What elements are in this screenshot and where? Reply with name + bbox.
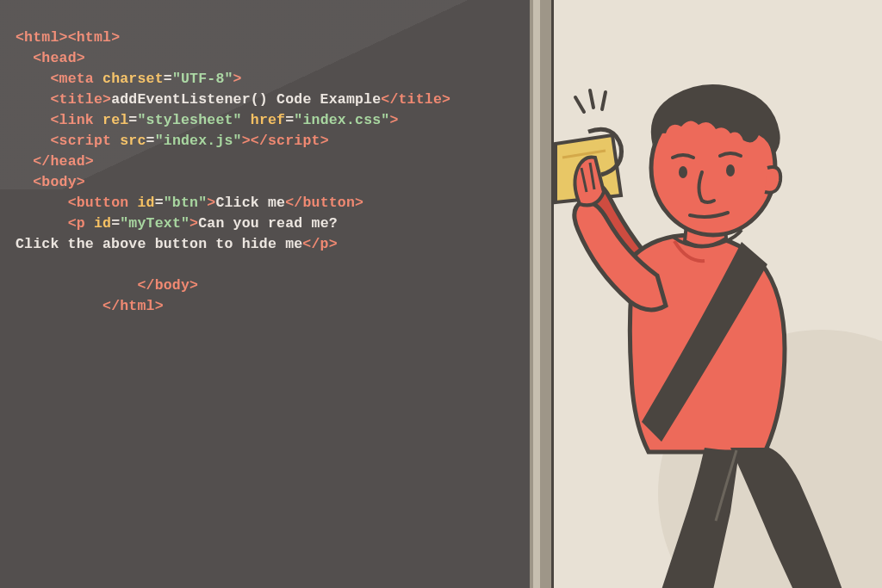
code-line-11: Click the above button to hide me</p> [16,234,530,255]
tag-html-open-dup: <html> [68,29,121,46]
illustration-panel [530,0,882,588]
p-text-2: Click the above button to hide me [16,236,302,252]
code-line-3: <meta charset="UTF-8"> [16,69,530,90]
tag-title-close: </title> [381,91,450,108]
tag-html-close: </html> [102,298,164,314]
p-text-1: Can you read me? [198,215,338,232]
code-line-12: </body> [16,275,530,296]
attr-id-btn: id [128,195,154,211]
svg-line-2 [602,92,606,109]
attr-src: src [111,133,146,149]
tag-p-open: <p [68,215,85,232]
code-line-4: <title>addEventListener() Code Example</… [16,90,530,110]
code-line-2: <head> [16,48,530,69]
tag-html-open: <html> [16,29,68,46]
tag-meta: <meta [50,71,94,87]
attr-charset: charset [94,71,164,87]
person-listening-illustration [554,82,881,588]
tag-button-open: <button [68,195,129,211]
code-line-7: </head> [16,152,530,172]
ear [765,167,780,193]
leg-back [662,448,739,588]
svg-point-5 [726,164,735,176]
code-line-10: <p id="myText">Can you read me? [16,214,530,234]
code-line-5: <link rel="stylesheet" href="index.css"> [16,110,530,131]
val-stylesheet: "stylesheet" [137,112,241,128]
tag-body-close: </body> [137,277,198,294]
tag-script-open: <script [50,133,111,149]
code-panel: <html><html> <head> <meta charset="UTF-8… [0,0,530,588]
tag-title-open: <title> [50,91,111,108]
val-btn: "btn" [164,195,208,211]
tag-button-close: </button> [285,195,363,211]
code-line-1: <html><html> [16,28,530,48]
val-indexjs: "index.js" [155,133,242,149]
attr-id-mytext: id [85,215,111,232]
val-indexcss: "index.css" [294,112,389,128]
code-line-13: </html> [16,296,530,317]
leg-front [730,448,842,588]
button-text: Click me [215,195,285,211]
tag-link: <link [50,112,94,128]
code-line-8: <body> [16,172,530,193]
tag-body-open: <body> [33,174,85,190]
attr-rel: rel [94,112,128,128]
code-line-blank [16,255,530,275]
wall-highlight [533,0,540,588]
tag-head-open: <head> [33,50,85,66]
sound-lines-icon [575,90,606,112]
tag-p-close: </p> [302,236,337,252]
val-utf8: "UTF-8" [172,71,233,87]
val-mytext: "myText" [120,215,189,232]
svg-point-4 [679,166,687,178]
attr-href: href [242,112,286,128]
svg-line-1 [590,90,593,108]
svg-line-0 [575,97,584,112]
tag-head-close: </head> [33,153,94,170]
title-text: addEventListener() Code Example [111,91,381,108]
code-line-6: <script src="index.js"></script> [16,131,530,152]
tag-script-close: </script> [251,133,329,149]
code-line-9: <button id="btn">Click me</button> [16,193,530,214]
